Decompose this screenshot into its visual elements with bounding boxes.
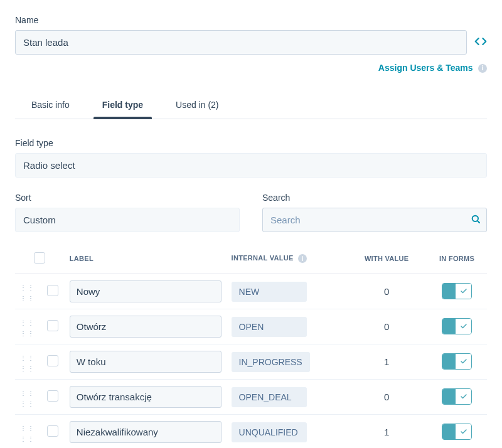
field-type-label: Field type	[15, 138, 487, 148]
table-row: ⋮⋮⋮⋮ UNQUALIFIED 1	[15, 415, 487, 449]
with-value-count: 1	[346, 344, 427, 380]
with-value-count: 0	[346, 380, 427, 415]
internal-value: NEW	[232, 282, 307, 302]
row-checkbox[interactable]	[47, 320, 58, 331]
row-checkbox[interactable]	[47, 390, 58, 402]
with-value-count: 0	[346, 309, 427, 344]
drag-handle-icon[interactable]: ⋮⋮⋮⋮	[20, 284, 35, 302]
row-checkbox[interactable]	[47, 285, 58, 296]
th-internal: INTERNAL VALUE i	[227, 243, 347, 274]
tab-used-in[interactable]: Used in (2)	[159, 91, 235, 119]
search-input[interactable]	[262, 208, 487, 232]
th-with-value: WITH VALUE	[346, 243, 427, 274]
internal-value: OPEN	[232, 317, 307, 337]
info-icon[interactable]: i	[478, 64, 487, 73]
option-label-input[interactable]	[70, 421, 222, 443]
name-input[interactable]	[15, 30, 467, 55]
field-type-input[interactable]	[15, 153, 487, 178]
options-table: LABEL INTERNAL VALUE i WITH VALUE IN FOR…	[15, 243, 487, 448]
drag-handle-icon[interactable]: ⋮⋮⋮⋮	[20, 319, 35, 337]
drag-handle-icon[interactable]: ⋮⋮⋮⋮	[20, 355, 35, 372]
tabs: Basic info Field type Used in (2)	[15, 91, 487, 119]
option-label-input[interactable]	[70, 280, 222, 302]
row-checkbox[interactable]	[47, 425, 58, 437]
th-label: LABEL	[65, 243, 227, 274]
code-icon[interactable]	[474, 35, 487, 50]
with-value-count: 1	[346, 415, 427, 449]
name-label: Name	[15, 15, 487, 25]
internal-value: UNQUALIFIED	[232, 422, 307, 442]
in-forms-toggle[interactable]	[442, 388, 472, 405]
in-forms-toggle[interactable]	[442, 353, 472, 370]
row-checkbox[interactable]	[47, 355, 58, 366]
tab-basic-info[interactable]: Basic info	[15, 91, 86, 119]
drag-handle-icon[interactable]: ⋮⋮⋮⋮	[20, 390, 35, 407]
internal-value: IN_PROGRESS	[232, 352, 310, 372]
internal-value: OPEN_DEAL	[232, 387, 307, 407]
in-forms-toggle[interactable]	[442, 424, 472, 440]
search-icon[interactable]	[471, 214, 481, 227]
table-row: ⋮⋮⋮⋮ NEW 0	[15, 274, 487, 309]
table-row: ⋮⋮⋮⋮ IN_PROGRESS 1	[15, 344, 487, 380]
tab-field-type[interactable]: Field type	[86, 91, 159, 119]
in-forms-toggle[interactable]	[442, 318, 472, 334]
sort-label: Sort	[15, 193, 240, 203]
info-icon[interactable]: i	[298, 254, 307, 263]
sort-input[interactable]	[15, 208, 240, 232]
assign-users-teams-link[interactable]: Assign Users & Teams	[378, 63, 473, 73]
drag-handle-icon[interactable]: ⋮⋮⋮⋮	[20, 425, 35, 442]
with-value-count: 0	[346, 274, 427, 309]
table-row: ⋮⋮⋮⋮ OPEN_DEAL 0	[15, 380, 487, 415]
option-label-input[interactable]	[70, 316, 222, 338]
svg-line-1	[478, 221, 479, 223]
th-in-forms: IN FORMS	[427, 243, 487, 274]
option-label-input[interactable]	[70, 386, 222, 408]
option-label-input[interactable]	[70, 351, 222, 373]
search-label: Search	[262, 193, 487, 203]
in-forms-toggle[interactable]	[442, 283, 472, 299]
select-all-checkbox[interactable]	[34, 252, 45, 264]
table-row: ⋮⋮⋮⋮ OPEN 0	[15, 309, 487, 344]
